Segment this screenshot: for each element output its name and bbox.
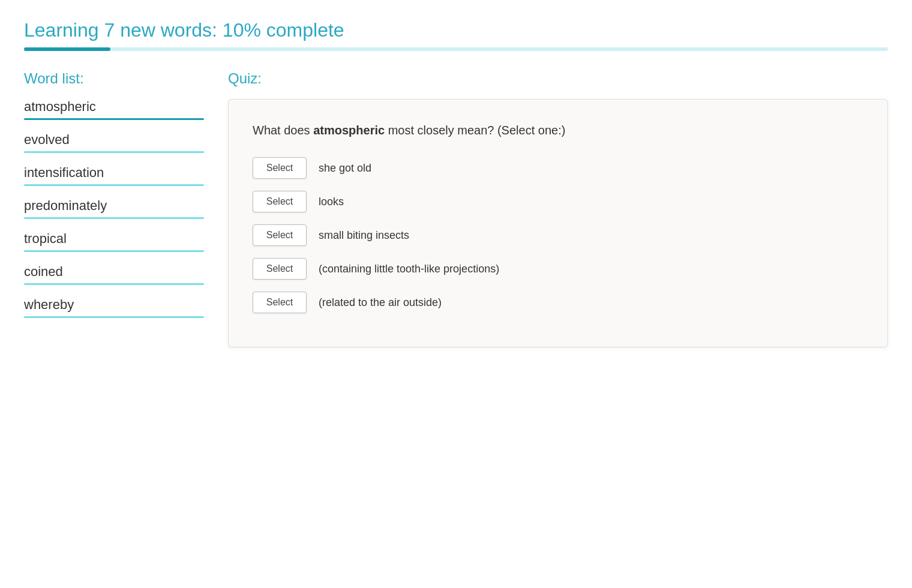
word-underline — [24, 217, 204, 219]
answer-text: she got old — [319, 162, 371, 175]
select-button[interactable]: Select — [253, 258, 307, 280]
answer-text: looks — [319, 196, 344, 208]
word-item[interactable]: intensification — [24, 165, 204, 186]
word-text: intensification — [24, 165, 204, 184]
main-content: Word list: atmosphericevolvedintensifica… — [24, 70, 888, 347]
answer-text: (containing little tooth-like projection… — [319, 263, 499, 275]
word-underline — [24, 250, 204, 252]
word-underline — [24, 316, 204, 318]
word-text: tropical — [24, 231, 204, 250]
word-item[interactable]: atmospheric — [24, 99, 204, 120]
quiz-question: What does atmospheric most closely mean?… — [253, 121, 863, 139]
answer-text: small biting insects — [319, 229, 409, 242]
answer-option: Selectlooks — [253, 191, 863, 212]
word-item[interactable]: predominately — [24, 198, 204, 219]
page-title: Learning 7 new words: 10% complete — [24, 19, 888, 41]
select-button[interactable]: Select — [253, 157, 307, 179]
answer-option: Select(containing little tooth-like proj… — [253, 258, 863, 280]
quiz-options: Selectshe got oldSelectlooksSelectsmall … — [253, 157, 863, 313]
word-text: evolved — [24, 132, 204, 151]
word-text: whereby — [24, 297, 204, 316]
word-underline — [24, 283, 204, 285]
page-header: Learning 7 new words: 10% complete — [24, 19, 888, 51]
answer-text: (related to the air outside) — [319, 296, 442, 309]
word-item[interactable]: coined — [24, 264, 204, 285]
progress-bar-fill — [24, 47, 110, 51]
select-button[interactable]: Select — [253, 191, 307, 212]
word-text: coined — [24, 264, 204, 283]
word-underline — [24, 118, 204, 120]
word-text: atmospheric — [24, 99, 204, 118]
word-item[interactable]: tropical — [24, 231, 204, 252]
answer-option: Selectshe got old — [253, 157, 863, 179]
word-text: predominately — [24, 198, 204, 217]
quiz-box: What does atmospheric most closely mean?… — [228, 99, 888, 347]
word-list-title: Word list: — [24, 70, 204, 87]
word-item[interactable]: whereby — [24, 297, 204, 318]
word-underline — [24, 151, 204, 153]
progress-bar-container — [24, 47, 888, 51]
answer-option: Selectsmall biting insects — [253, 224, 863, 246]
word-list-panel: Word list: atmosphericevolvedintensifica… — [24, 70, 204, 330]
answer-option: Select(related to the air outside) — [253, 292, 863, 313]
word-underline — [24, 184, 204, 186]
word-list: atmosphericevolvedintensificationpredomi… — [24, 99, 204, 318]
quiz-panel: Quiz: What does atmospheric most closely… — [228, 70, 888, 347]
quiz-title: Quiz: — [228, 70, 888, 87]
word-item[interactable]: evolved — [24, 132, 204, 153]
select-button[interactable]: Select — [253, 292, 307, 313]
select-button[interactable]: Select — [253, 224, 307, 246]
